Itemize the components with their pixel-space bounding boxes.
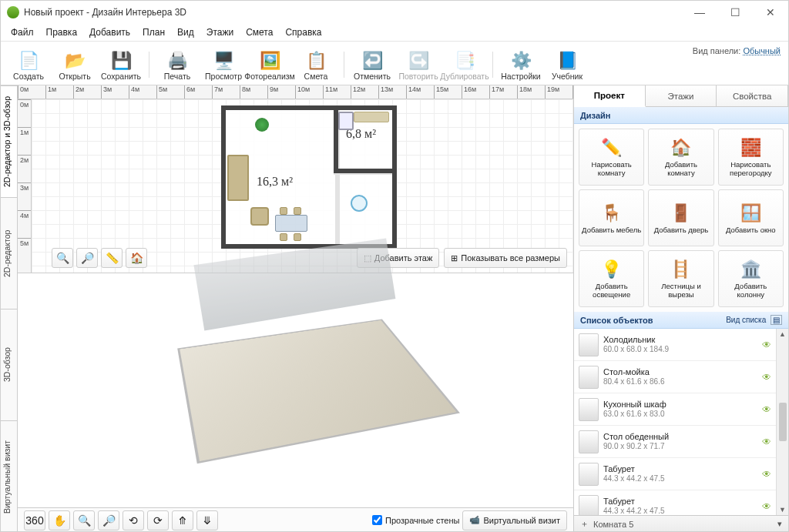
object-row[interactable]: Табурет44.3 x 44.2 x 47.5👁 xyxy=(574,490,776,515)
transparent-walls-checkbox[interactable]: Прозрачные стены xyxy=(372,515,459,525)
object-list-scrollbar[interactable]: ▲▼ xyxy=(776,329,788,515)
furniture-chair[interactable] xyxy=(280,233,287,241)
design-card-6[interactable]: 💡Добавить освещение xyxy=(579,250,644,307)
design-card-3[interactable]: 🪑Добавить мебель xyxy=(579,189,644,246)
tilt-left-button[interactable]: ⟲ xyxy=(123,510,144,530)
orbit-up-button[interactable]: ⤊ xyxy=(172,510,193,530)
toolbar-undo-button[interactable]: ↩️Отменить xyxy=(349,49,395,81)
object-dims: 44.3 x 44.2 x 47.5 xyxy=(603,507,757,515)
zoom-in-3d-button[interactable]: 🔎 xyxy=(98,510,119,530)
menu-edit[interactable]: Правка xyxy=(41,25,83,39)
furniture-sofa[interactable] xyxy=(227,155,249,201)
minimize-button[interactable]: — xyxy=(682,1,717,24)
home-button[interactable]: 🏠 xyxy=(126,248,147,268)
toolbar-duplicate-button: 📑Дублировать xyxy=(442,49,488,81)
object-list[interactable]: Холодильник60.0 x 68.0 x 184.9👁Стол-мойк… xyxy=(574,329,776,515)
design-card-0[interactable]: ✏️Нарисовать комнату xyxy=(579,129,644,186)
object-row[interactable]: Табурет44.3 x 44.2 x 47.5👁 xyxy=(574,458,776,490)
toolbar-photoreal-button[interactable]: 🖼️Фотореализм xyxy=(247,49,293,81)
furniture-plant[interactable] xyxy=(255,118,269,132)
furniture-table[interactable] xyxy=(275,215,307,232)
furniture-toilet[interactable] xyxy=(351,195,368,212)
panel-view-link[interactable]: Обычный xyxy=(743,46,781,55)
menu-add[interactable]: Добавить xyxy=(84,25,136,39)
settings-icon: ⚙️ xyxy=(509,50,532,72)
zoom-in-button[interactable]: 🔎 xyxy=(76,248,98,268)
pan-button[interactable]: ✋ xyxy=(49,510,70,530)
toolbar-save-button[interactable]: 💾Сохранить xyxy=(98,49,144,81)
design-card-2[interactable]: 🧱Нарисовать перегородку xyxy=(718,129,784,186)
preview-icon: 🖥️ xyxy=(212,50,235,72)
3d-viewport[interactable] xyxy=(18,273,573,507)
tab-project[interactable]: Проект xyxy=(574,85,646,107)
toolbar-preview-button[interactable]: 🖥️Просмотр xyxy=(200,49,247,81)
center-panel: 0м1м2м3м4м5м6м7м8м9м10м11м12м13м14м15м16… xyxy=(18,85,574,532)
furniture-counter[interactable] xyxy=(354,112,389,122)
object-row[interactable]: Стол обеденный90.0 x 90.2 x 71.7👁 xyxy=(574,426,776,458)
vtab-3d[interactable]: 3D-обзор xyxy=(1,309,17,420)
object-row[interactable]: Стол-мойка80.4 x 61.6 x 86.6👁 xyxy=(574,361,776,393)
menu-floors[interactable]: Этажи xyxy=(201,25,239,39)
toolbar-print-button[interactable]: 🖨️Печать xyxy=(154,49,200,81)
design-card-7[interactable]: 🪜Лестницы и вырезы xyxy=(648,250,713,307)
measure-button[interactable]: 📏 xyxy=(101,248,123,268)
furniture-fridge[interactable] xyxy=(338,112,354,130)
print-icon: 🖨️ xyxy=(166,50,189,72)
tab-properties[interactable]: Свойства xyxy=(717,85,788,106)
menu-view[interactable]: Вид xyxy=(172,25,200,39)
menubar: Файл Правка Добавить План Вид Этажи Смет… xyxy=(1,24,788,41)
vtab-2d-3d[interactable]: 2D-редактор и 3D-обзор xyxy=(1,85,17,197)
virtual-visit-button[interactable]: 📹 Виртуальный визит xyxy=(462,510,567,530)
object-row[interactable]: Кухонный шкаф63.0 x 61.6 x 83.0👁 xyxy=(574,393,776,426)
open-icon: 📂 xyxy=(63,50,86,72)
orbit-down-button[interactable]: ⤋ xyxy=(196,510,218,530)
object-thumb xyxy=(579,430,599,453)
maximize-button[interactable]: ☐ xyxy=(717,1,753,24)
object-name: Кухонный шкаф xyxy=(603,400,757,410)
tab-floors[interactable]: Этажи xyxy=(646,85,717,106)
create-icon: 📄 xyxy=(17,50,40,72)
object-thumb xyxy=(579,333,599,356)
menu-help[interactable]: Справка xyxy=(280,25,327,39)
menu-file[interactable]: Файл xyxy=(5,25,39,39)
add-room-status[interactable]: ＋ Комната 5 ▾ xyxy=(574,515,788,532)
zoom-out-3d-button[interactable]: 🔍 xyxy=(73,510,95,530)
visibility-icon[interactable]: 👁 xyxy=(762,501,771,512)
floorplan-canvas[interactable]: 16,3 м² 6,8 м² 🔍 🔎 📏 🏠 xyxy=(32,99,573,273)
photoreal-icon: 🖼️ xyxy=(258,50,281,72)
toolbar-settings-button[interactable]: ⚙️Настройки xyxy=(498,49,544,81)
close-button[interactable]: ✕ xyxy=(753,1,788,24)
zoom-out-button[interactable]: 🔍 xyxy=(52,248,73,268)
menu-plan[interactable]: План xyxy=(137,25,170,39)
vtab-virtual[interactable]: Виртуальный визит xyxy=(1,420,17,532)
furniture-chair[interactable] xyxy=(294,233,301,241)
design-card-1[interactable]: 🏠Добавить комнату xyxy=(648,129,713,186)
furniture-chair[interactable] xyxy=(294,207,301,215)
vtab-2d[interactable]: 2D-редактор xyxy=(1,197,17,309)
menu-estimate[interactable]: Смета xyxy=(240,25,278,39)
visibility-icon[interactable]: 👁 xyxy=(762,469,771,480)
object-row[interactable]: Холодильник60.0 x 68.0 x 184.9👁 xyxy=(574,329,776,361)
toolbar-tutorial-button[interactable]: 📘Учебник xyxy=(544,49,590,81)
toolbar-estimate-button[interactable]: 📋Смета xyxy=(293,49,339,81)
undo-icon: ↩️ xyxy=(361,50,384,72)
left-tab-strip: 2D-редактор и 3D-обзор 2D-редактор 3D-об… xyxy=(1,85,18,532)
furniture-chair[interactable] xyxy=(280,207,287,215)
tilt-right-button[interactable]: ⟳ xyxy=(147,510,169,530)
toolbar-open-button[interactable]: 📂Открыть xyxy=(52,49,98,81)
object-name: Холодильник xyxy=(603,335,757,345)
visibility-icon[interactable]: 👁 xyxy=(762,437,771,447)
show-dimensions-button[interactable]: ⊞Показывать все размеры xyxy=(444,248,567,268)
design-card-4[interactable]: 🚪Добавить дверь xyxy=(648,189,713,246)
list-view-icon[interactable]: ▤ xyxy=(771,315,782,325)
toolbar-create-button[interactable]: 📄Создать xyxy=(5,49,52,81)
horizontal-ruler: 0м1м2м3м4м5м6м7м8м9м10м11м12м13м14м15м16… xyxy=(18,85,573,99)
visibility-icon[interactable]: 👁 xyxy=(762,404,771,415)
design-card-8[interactable]: 🏛️Добавить колонну xyxy=(718,250,784,307)
design-card-5[interactable]: 🪟Добавить окно xyxy=(718,189,784,246)
rotate-360-button[interactable]: 360 xyxy=(24,510,45,530)
object-thumb xyxy=(579,366,599,389)
furniture-armchair[interactable] xyxy=(250,207,269,226)
visibility-icon[interactable]: 👁 xyxy=(762,340,771,350)
visibility-icon[interactable]: 👁 xyxy=(762,372,771,383)
